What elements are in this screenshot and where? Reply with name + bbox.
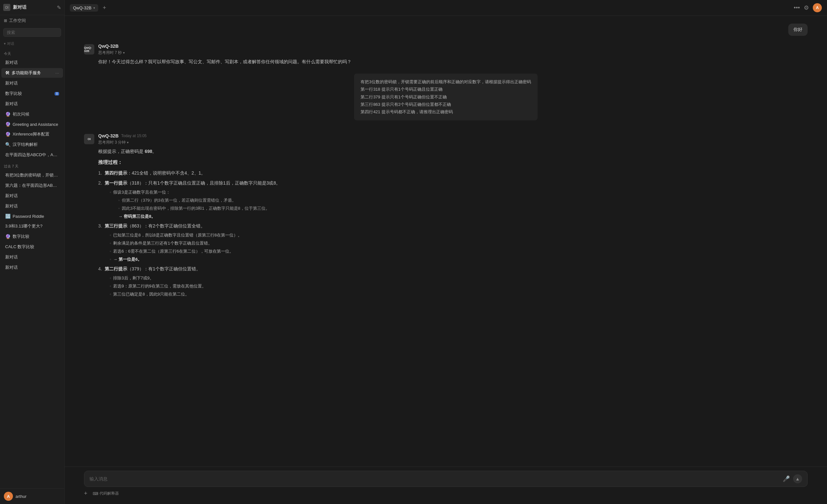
workspace-icon: ⊞: [4, 18, 7, 23]
edit-icon[interactable]: ✎: [57, 4, 61, 11]
step-2-content: 第一行提示（318）：只有1个数字正确且位置正确，且排除1后，正确数字只能是3或…: [105, 179, 808, 220]
sidebar-item-new1[interactable]: 新对话: [1, 58, 63, 67]
step-3-sub-1: ◦ 剩余满足的条件是第三行还有1个数字正确且位置错。: [110, 240, 808, 247]
quote-line-4: 第四行421 提示号码都不正确，请推理出正确密码: [360, 108, 531, 115]
user-bubble: 你好: [788, 23, 808, 36]
p5-icon: 🔢: [5, 214, 11, 219]
input-box: 🎤 ▲: [84, 471, 808, 487]
sidebar-item-compare[interactable]: 数字比较 II: [1, 89, 63, 98]
quote-box: 有把3位数的密码锁，开锁需要正确的前后顺序和正确的对应数字，请根据提示得出正确密…: [354, 73, 537, 120]
sidebar-item-quad[interactable]: 在平面四边形ABCD中，AB=AC=CD: [1, 150, 63, 160]
topbar-actions: ••• ⚙ A: [794, 3, 822, 12]
user-name: arthur: [15, 494, 27, 499]
thinking-chevron-icon-2: ▾: [127, 141, 129, 144]
chat-area: 你好 QwQ-32B QwQ-32B 思考用时 7 秒 ▾ 你好！今天过得怎么样…: [64, 16, 827, 466]
step-4-content: 第二行提示（379）：有1个数字正确但位置错。 ◦ 排除3后，剩下7或9。 ◦ …: [105, 265, 808, 297]
code-icon: ⌨: [93, 491, 98, 496]
sidebar-title: 新对话: [13, 4, 27, 10]
sidebar-item-p4[interactable]: 新对话: [1, 201, 63, 211]
sidebar-search-container: [0, 26, 64, 39]
step-3-sub-0: ◦ 已知第三位是8，所以8是正确数字且位置错（原第三行8在第一位）。: [110, 232, 808, 239]
search-input[interactable]: [3, 28, 61, 37]
sidebar: OI 新对话 ✎ ⊞ 工作空间 ▾ 对话 今天 新对话 🛠 多功能助手服务 ··…: [0, 0, 64, 504]
avatar: A: [4, 492, 13, 501]
step-2-conclusion: → 密码第三位是8。: [113, 213, 270, 220]
sidebar-item-p3[interactable]: 新对话: [1, 191, 63, 201]
quote-line-0: 有把3位数的密码锁，开锁需要正确的前后顺序和正确的对应数字，请根据提示得出正确密…: [360, 78, 531, 86]
more-options-icon[interactable]: •••: [794, 4, 800, 11]
ai-answer: 根据提示，正确密码是 698。: [98, 148, 808, 156]
step-3-content: 第三行提示（863）：有2个数字正确但位置全错。 ◦ 已知第三位是8，所以8是正…: [105, 222, 808, 263]
reasoning-title: 推理过程：: [98, 159, 808, 166]
ai-avatar-1: QwQ-32B: [84, 44, 94, 55]
step-1-content: 第四行提示：421全错，说明密码中不含4、2、1。: [105, 169, 808, 177]
toolbar-plus-icon[interactable]: +: [84, 490, 88, 497]
sidebar-item-new3[interactable]: 新对话: [1, 99, 63, 109]
ai-header-1: QwQ-32B: [98, 44, 808, 49]
add-tab-button[interactable]: +: [103, 4, 106, 11]
hanzi-icon: 🔍: [5, 142, 11, 147]
step-2-sub-0: ◦ 假设3是正确数字且在第一位： ◦ 但第二行（379）的3在第一位，若正确则位…: [110, 189, 808, 220]
sidebar-item-p2[interactable]: 第六题：在平面四边形ABCD中，AE: [1, 181, 63, 190]
thinking-indicator-1[interactable]: 思考用时 7 秒 ▾: [98, 50, 808, 56]
sidebar-header: OI 新对话 ✎: [0, 0, 64, 15]
topbar: QwQ-32B ▾ + ••• ⚙ A: [64, 0, 827, 16]
step-2-subs: ◦ 假设3是正确数字且在第一位： ◦ 但第二行（379）的3在第一位，若正确则位…: [105, 189, 808, 220]
step-4-sub-0: ◦ 排除3后，剩下7或9。: [110, 275, 808, 282]
step-3: 3. 第三行提示（863）：有2个数字正确但位置全错。 ◦ 已知第三位是8，所以…: [98, 222, 808, 263]
sidebar-bottom: A arthur: [0, 488, 64, 504]
sidebar-item-p1[interactable]: 有把3位数的密码锁，开锁需要正确: [1, 170, 63, 180]
greeting-icon: 🔮: [5, 122, 11, 127]
step-1: 1. 第四行提示：421全错，说明密码中不含4、2、1。: [98, 169, 808, 177]
sidebar-item-p9[interactable]: 新对话: [1, 252, 63, 262]
firstq-icon: 🔮: [5, 112, 11, 117]
sidebar-item-p6[interactable]: 3.9和3.11哪个更大?: [1, 221, 63, 231]
tab-chevron-icon: ▾: [93, 6, 95, 10]
mic-icon[interactable]: 🎤: [783, 475, 790, 483]
sidebar-item-new2[interactable]: 新对话: [1, 78, 63, 88]
sidebar-item-p8[interactable]: CALC 数字比较: [1, 242, 63, 252]
more-icon[interactable]: ···: [55, 70, 59, 75]
message-input[interactable]: [90, 476, 780, 482]
step-2-subsub-1: ◦ 因此3不能出现在密码中，排除第一行的3和1，正确数字只能是8，位于第三位。: [118, 205, 270, 212]
sidebar-item-multi[interactable]: 🛠 多功能助手服务 ···: [1, 68, 63, 78]
ai-header-2: QwQ-32B Today at 15:05: [98, 133, 808, 138]
step-3-sub-2: ◦ 若选6：6需不在第二位（原第三行6在第二位），可放在第一位。: [110, 248, 808, 255]
ai-timestamp-2: Today at 15:05: [121, 133, 147, 138]
today-label: 今天: [0, 50, 64, 57]
compare-badge: II: [55, 92, 59, 96]
sidebar-item-greeting[interactable]: 🔮 Greeting and Assistance: [1, 120, 63, 129]
user-message-1: 你好: [84, 23, 808, 36]
reasoning-section: 推理过程： 1. 第四行提示：421全错，说明密码中不含4、2、1。 2. 第一…: [98, 159, 808, 298]
xinference-icon: 🔮: [5, 132, 11, 137]
tab-qwq[interactable]: QwQ-32B ▾: [70, 4, 98, 12]
sidebar-item-firstq[interactable]: 🔮 初次问候: [1, 109, 63, 119]
code-interpreter-button[interactable]: ⌨ 代码解释器: [90, 490, 121, 498]
sidebar-workspace[interactable]: ⊞ 工作空间: [0, 15, 64, 26]
thinking-chevron-icon: ▾: [123, 51, 125, 55]
ai-content-2: QwQ-32B Today at 15:05 思考用时 3 分钟 ▾ 根据提示，…: [98, 133, 808, 298]
settings-icon[interactable]: ⚙: [804, 4, 809, 11]
ai-message-2: OI QwQ-32B Today at 15:05 思考用时 3 分钟 ▾ 根据…: [84, 133, 808, 298]
send-icon[interactable]: ▲: [793, 474, 802, 483]
ai-text-1: 你好！今天过得怎么样？我可以帮你写故事、写公文、写邮件、写剧本，或者解答你任何领…: [98, 58, 808, 66]
sidebar-item-xinference[interactable]: 🔮 Xinference脚本配置: [1, 129, 63, 139]
p7-icon: 🔮: [5, 234, 11, 239]
sidebar-item-p7[interactable]: 🔮 数字比较: [1, 232, 63, 241]
step-3-sub-3: ◦ → 第一位是6。: [110, 256, 808, 263]
step-2: 2. 第一行提示（318）：只有1个数字正确且位置正确，且排除1后，正确数字只能…: [98, 179, 808, 220]
quote-line-1: 第一行318 提示只有1个号码正确且位置正确: [360, 86, 531, 93]
step-4-sub-1: ◦ 若选9：原第二行的9在第三位，需放在其他位置。: [110, 283, 808, 290]
sidebar-item-p5[interactable]: 🔢 Password Riddle: [1, 212, 63, 221]
tool-icon: 🛠: [5, 70, 10, 75]
quote-line-2: 第二行379 提示只有1个号码正确但位置不正确: [360, 93, 531, 101]
thinking-indicator-2[interactable]: 思考用时 3 分钟 ▾: [98, 140, 808, 145]
topbar-avatar[interactable]: A: [813, 3, 822, 12]
input-area: 🎤 ▲ + ⌨ 代码解释器: [64, 466, 827, 504]
sidebar-item-hanzi[interactable]: 🔍 汉字结构解析: [1, 140, 63, 150]
input-toolbar: + ⌨ 代码解释器: [84, 487, 808, 498]
step-2-subsubs: ◦ 但第二行（379）的3在第一位，若正确则位置需错位，矛盾。 ◦ 因此3不能出…: [113, 197, 270, 212]
step-3-subs: ◦ 已知第三位是8，所以8是正确数字且位置错（原第三行8在第一位）。 ◦ 剩余满…: [105, 232, 808, 263]
sidebar-item-p10[interactable]: 新对话: [1, 263, 63, 272]
quote-line-3: 第三行863 提示只有2个号码正确但位置都不正确: [360, 101, 531, 108]
